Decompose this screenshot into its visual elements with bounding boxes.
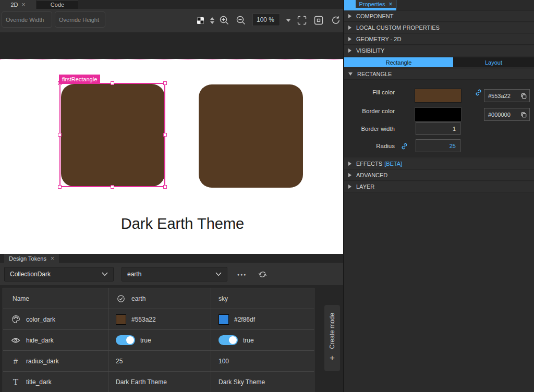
workspace: 2D × Code 100 % — [0, 0, 343, 392]
section-local-custom-properties[interactable]: LOCAL CUSTOM PROPERTIES — [344, 22, 534, 33]
chevron-right-icon — [348, 37, 351, 41]
group-dropdown[interactable]: earth — [122, 267, 227, 281]
resize-handle-w[interactable] — [58, 133, 62, 137]
reset-view-icon[interactable] — [329, 14, 343, 27]
subtab-layout[interactable]: Layout — [453, 57, 534, 67]
design-tokens-panel: Design Tokens × CollectionDark earth ●●● — [0, 254, 343, 392]
tab-design-tokens[interactable]: Design Tokens × — [4, 254, 59, 263]
close-icon[interactable]: × — [51, 255, 54, 262]
token-value-color-dark-earth[interactable]: #553a22 — [108, 309, 211, 329]
chevron-right-icon — [348, 14, 351, 18]
override-height-input[interactable] — [55, 11, 105, 28]
toggle-on[interactable] — [116, 335, 135, 345]
zoom-selection-icon[interactable] — [295, 14, 309, 27]
sync-icon[interactable] — [256, 268, 269, 280]
chevron-right-icon — [348, 173, 351, 177]
tab-properties[interactable]: Properties × — [356, 0, 396, 8]
binding-link-icon[interactable] — [475, 89, 482, 96]
tokens-toolbar: CollectionDark earth ●●● — [0, 263, 343, 285]
eye-icon — [10, 337, 21, 344]
tokens-tab-label: Design Tokens — [9, 255, 46, 262]
group-value: earth — [127, 271, 141, 278]
fill-color-label: Fill color — [344, 89, 395, 95]
section-layer[interactable]: LAYER — [344, 181, 534, 192]
canvas-title-text[interactable]: Dark Earth Theme — [94, 215, 271, 232]
copy-icon[interactable] — [520, 112, 527, 118]
token-name-hide-dark[interactable]: hide_dark — [3, 330, 108, 350]
color-swatch[interactable] — [116, 314, 126, 325]
token-name-title-dark[interactable]: T title_dark — [3, 372, 108, 392]
zoom-in-icon[interactable] — [217, 14, 231, 27]
token-name-color-dark[interactable]: color_dark — [3, 309, 108, 329]
resize-handle-sw[interactable] — [58, 185, 62, 189]
section-rectangle[interactable]: RECTANGLE — [344, 69, 534, 80]
chevron-right-icon — [348, 185, 351, 189]
token-value-title-dark-earth[interactable]: Dark Earth Theme — [108, 372, 211, 392]
token-value-color-dark-sky[interactable]: #2f86df — [211, 309, 315, 329]
second-rectangle[interactable] — [199, 84, 303, 188]
token-value-radius-dark-earth[interactable]: 25 — [108, 351, 211, 371]
tokens-table: Name earth sky color_dark — [3, 288, 314, 392]
tab-2d-label: 2D — [10, 2, 18, 8]
close-icon[interactable]: × — [22, 2, 26, 8]
rectangle-properties: Fill color #553a22 Border color #000000 — [344, 80, 534, 157]
radius-value[interactable]: 25 — [416, 139, 460, 152]
chevron-down-icon — [348, 72, 353, 76]
design-canvas[interactable]: firstRectangle Dark Earth Theme — [0, 59, 343, 254]
canvas-toolbar: 100 % — [0, 9, 343, 32]
chevron-right-icon — [348, 162, 351, 166]
token-value-radius-dark-sky[interactable]: 100 — [211, 351, 315, 371]
section-effects[interactable]: EFFECTS[BETA] — [344, 158, 534, 169]
token-value-hide-dark-earth[interactable]: true — [108, 330, 211, 350]
border-width-value[interactable]: 1 — [416, 122, 460, 135]
border-color-label: Border color — [344, 108, 395, 114]
resize-handle-n[interactable] — [111, 81, 114, 85]
close-icon[interactable]: × — [389, 1, 393, 7]
subtab-rectangle[interactable]: Rectangle — [344, 57, 453, 67]
fill-color-swatch[interactable] — [415, 89, 462, 103]
copy-icon[interactable] — [520, 93, 527, 99]
section-geometry-2d[interactable]: GEOMETRY - 2D — [344, 34, 534, 45]
override-width-input[interactable] — [2, 11, 52, 28]
tab-2d[interactable]: 2D × — [0, 0, 36, 9]
border-color-swatch[interactable] — [415, 107, 462, 121]
toolbar-lower-strip — [0, 32, 343, 59]
resize-handle-ne[interactable] — [163, 81, 167, 85]
column-header-sky[interactable]: sky — [211, 288, 315, 309]
column-header-name[interactable]: Name — [3, 288, 108, 309]
column-header-earth[interactable]: earth — [108, 288, 211, 309]
toggle-on[interactable] — [219, 335, 238, 345]
collection-dropdown[interactable]: CollectionDark — [4, 267, 114, 281]
section-visibility[interactable]: VISIBILITY — [344, 45, 534, 56]
color-swatch[interactable] — [219, 314, 229, 325]
create-mode-button[interactable]: Create mode + — [324, 305, 340, 371]
token-name-radius-dark[interactable]: # radius_dark — [3, 351, 108, 371]
token-value-hide-dark-sky[interactable]: true — [211, 330, 315, 350]
more-options-icon[interactable]: ●●● — [234, 268, 250, 280]
zoom-out-icon[interactable] — [234, 14, 248, 27]
resize-handle-se[interactable] — [163, 185, 167, 189]
component-subtabs: Rectangle Layout — [344, 57, 534, 67]
border-color-value[interactable]: #000000 — [484, 108, 530, 121]
properties-tab-label: Properties — [359, 1, 385, 7]
palette-icon — [10, 315, 21, 324]
zoom-level-value: 100 % — [257, 16, 274, 23]
border-width-label: Border width — [344, 126, 395, 132]
fill-color-value[interactable]: #553a22 — [484, 89, 530, 102]
resize-handle-e[interactable] — [163, 133, 167, 137]
tab-code-label: Code — [51, 2, 64, 8]
zoom-level-input[interactable]: 100 % — [252, 14, 280, 26]
border-width-row: Border width 1 — [344, 121, 534, 137]
token-value-title-dark-sky[interactable]: Dark Sky Theme — [211, 372, 315, 392]
zoom-dropdown-caret[interactable] — [282, 14, 295, 27]
fill-color-row: Fill color #553a22 — [344, 83, 534, 101]
fit-screen-icon[interactable] — [312, 14, 325, 27]
selection-id-badge: firstRectangle — [59, 75, 100, 84]
section-advanced[interactable]: ADVANCED — [344, 170, 534, 181]
binding-link-icon[interactable] — [400, 142, 408, 150]
section-component[interactable]: COMPONENT — [344, 11, 534, 22]
resize-handle-s[interactable] — [111, 185, 114, 189]
tab-code[interactable]: Code — [37, 0, 78, 9]
chevron-down-icon — [286, 19, 290, 22]
chevron-down-icon — [215, 272, 222, 276]
